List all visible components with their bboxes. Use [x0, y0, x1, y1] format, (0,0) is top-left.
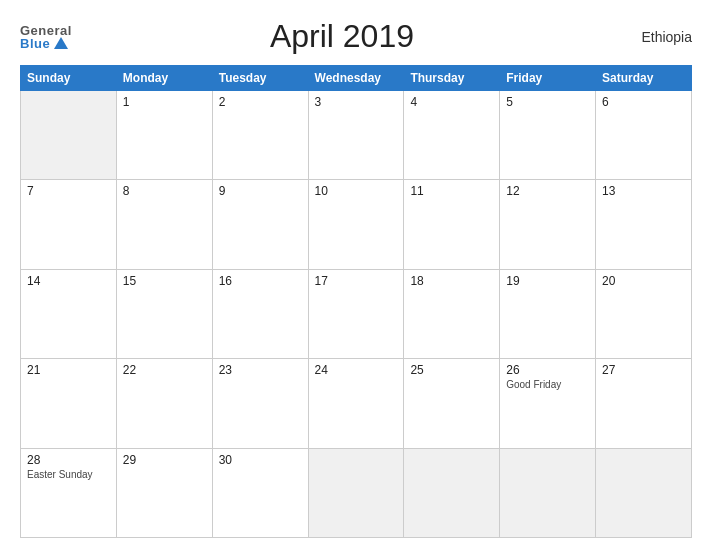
calendar-day-cell: 1	[116, 91, 212, 180]
day-number: 15	[123, 274, 206, 288]
calendar-day-cell: 4	[404, 91, 500, 180]
calendar-day-cell: 7	[21, 180, 117, 269]
calendar-day-cell: 2	[212, 91, 308, 180]
calendar-day-cell: 20	[596, 269, 692, 358]
calendar-day-cell	[21, 91, 117, 180]
weekday-header-wednesday: Wednesday	[308, 66, 404, 91]
day-number: 16	[219, 274, 302, 288]
calendar-day-cell: 22	[116, 359, 212, 448]
weekday-header-thursday: Thursday	[404, 66, 500, 91]
calendar-day-cell: 30	[212, 448, 308, 537]
calendar-week-row: 28Easter Sunday2930	[21, 448, 692, 537]
calendar-day-cell: 3	[308, 91, 404, 180]
day-number: 21	[27, 363, 110, 377]
calendar-day-cell: 29	[116, 448, 212, 537]
day-number: 12	[506, 184, 589, 198]
calendar-day-cell: 19	[500, 269, 596, 358]
calendar-title: April 2019	[72, 18, 612, 55]
calendar-day-cell: 24	[308, 359, 404, 448]
calendar-day-cell: 8	[116, 180, 212, 269]
day-number: 17	[315, 274, 398, 288]
day-number: 1	[123, 95, 206, 109]
calendar-day-cell: 11	[404, 180, 500, 269]
logo-triangle-icon	[54, 37, 68, 49]
holiday-label: Good Friday	[506, 379, 589, 390]
day-number: 19	[506, 274, 589, 288]
day-number: 10	[315, 184, 398, 198]
day-number: 9	[219, 184, 302, 198]
day-number: 7	[27, 184, 110, 198]
calendar-week-row: 123456	[21, 91, 692, 180]
calendar-day-cell	[596, 448, 692, 537]
day-number: 11	[410, 184, 493, 198]
calendar-day-cell	[404, 448, 500, 537]
logo: General Blue	[20, 24, 72, 50]
day-number: 6	[602, 95, 685, 109]
day-number: 23	[219, 363, 302, 377]
calendar-page: General Blue April 2019 Ethiopia SundayM…	[0, 0, 712, 550]
day-number: 14	[27, 274, 110, 288]
calendar-day-cell: 18	[404, 269, 500, 358]
weekday-header-row: SundayMondayTuesdayWednesdayThursdayFrid…	[21, 66, 692, 91]
day-number: 3	[315, 95, 398, 109]
calendar-day-cell: 12	[500, 180, 596, 269]
day-number: 22	[123, 363, 206, 377]
day-number: 8	[123, 184, 206, 198]
calendar-day-cell: 21	[21, 359, 117, 448]
weekday-header-saturday: Saturday	[596, 66, 692, 91]
day-number: 30	[219, 453, 302, 467]
day-number: 25	[410, 363, 493, 377]
day-number: 13	[602, 184, 685, 198]
day-number: 4	[410, 95, 493, 109]
calendar-day-cell: 10	[308, 180, 404, 269]
calendar-day-cell	[308, 448, 404, 537]
day-number: 18	[410, 274, 493, 288]
day-number: 26	[506, 363, 589, 377]
country-label: Ethiopia	[612, 29, 692, 45]
weekday-header-friday: Friday	[500, 66, 596, 91]
calendar-day-cell: 5	[500, 91, 596, 180]
weekday-header-sunday: Sunday	[21, 66, 117, 91]
calendar-day-cell: 28Easter Sunday	[21, 448, 117, 537]
logo-blue-text: Blue	[20, 37, 50, 50]
calendar-day-cell: 14	[21, 269, 117, 358]
day-number: 28	[27, 453, 110, 467]
weekday-header-monday: Monday	[116, 66, 212, 91]
day-number: 20	[602, 274, 685, 288]
day-number: 2	[219, 95, 302, 109]
day-number: 24	[315, 363, 398, 377]
calendar-day-cell: 27	[596, 359, 692, 448]
calendar-week-row: 78910111213	[21, 180, 692, 269]
logo-general-text: General	[20, 24, 72, 37]
day-number: 29	[123, 453, 206, 467]
calendar-day-cell: 17	[308, 269, 404, 358]
weekday-header-tuesday: Tuesday	[212, 66, 308, 91]
calendar-day-cell: 15	[116, 269, 212, 358]
calendar-table: SundayMondayTuesdayWednesdayThursdayFrid…	[20, 65, 692, 538]
calendar-day-cell: 26Good Friday	[500, 359, 596, 448]
day-number: 5	[506, 95, 589, 109]
day-number: 27	[602, 363, 685, 377]
calendar-day-cell: 16	[212, 269, 308, 358]
holiday-label: Easter Sunday	[27, 469, 110, 480]
calendar-day-cell: 13	[596, 180, 692, 269]
calendar-day-cell: 23	[212, 359, 308, 448]
header: General Blue April 2019 Ethiopia	[20, 18, 692, 55]
calendar-day-cell: 6	[596, 91, 692, 180]
calendar-day-cell	[500, 448, 596, 537]
calendar-week-row: 14151617181920	[21, 269, 692, 358]
calendar-week-row: 212223242526Good Friday27	[21, 359, 692, 448]
calendar-day-cell: 25	[404, 359, 500, 448]
calendar-day-cell: 9	[212, 180, 308, 269]
